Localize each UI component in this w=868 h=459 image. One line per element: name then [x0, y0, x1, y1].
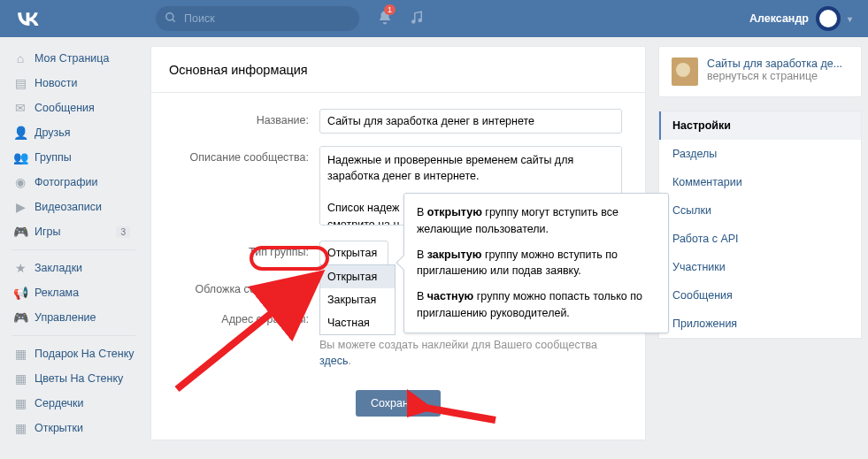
music-icon[interactable]	[409, 10, 425, 28]
page-return-box[interactable]: Сайты для заработка де... вернуться к ст…	[658, 46, 862, 97]
search-input[interactable]: Поиск	[156, 6, 359, 31]
group-type-dropdown: Открытая Закрытая Частная	[319, 264, 396, 335]
svg-point-3	[419, 19, 421, 21]
nav-messages[interactable]: ✉Сообщения	[7, 96, 146, 120]
name-input[interactable]	[319, 109, 622, 134]
menu-apps[interactable]: Приложения	[659, 310, 861, 338]
menu-sections[interactable]: Разделы	[659, 140, 861, 168]
video-icon: ▶	[12, 200, 29, 214]
nav-bookmarks[interactable]: ★Закладки	[7, 256, 146, 280]
menu-settings[interactable]: Настройки	[659, 111, 861, 140]
nav-manage[interactable]: 🎮Управление	[7, 305, 146, 330]
return-link[interactable]: вернуться к странице	[707, 70, 849, 82]
nav-photos[interactable]: ◉Фотографии	[7, 170, 146, 195]
page-title: Основная информация	[151, 47, 645, 93]
username: Александр	[749, 12, 809, 25]
notifications-icon[interactable]: 1	[377, 10, 393, 28]
app-icon: ▦	[12, 396, 29, 410]
nav-news[interactable]: ▤Новости	[7, 71, 146, 96]
nav-games[interactable]: 🎮Игры3	[7, 219, 146, 244]
friends-icon: 👤	[12, 126, 29, 140]
games-badge: 3	[116, 226, 130, 238]
game-icon: 🎮	[12, 225, 29, 239]
nav-ads[interactable]: 📢Реклама	[7, 280, 146, 305]
type-option-closed[interactable]: Закрытая	[320, 288, 395, 311]
nav-hearts[interactable]: ▦Сердечки	[7, 391, 146, 416]
menu-comments[interactable]: Комментарии	[659, 168, 861, 196]
stickers-hint: Вы можете создать наклейки для Вашего со…	[319, 338, 625, 369]
label-name: Название:	[151, 109, 319, 134]
groups-icon: 👥	[12, 150, 29, 164]
label-address: Адрес страницы:	[151, 308, 319, 325]
menu-links[interactable]: Ссылки	[659, 196, 861, 225]
chevron-down-icon: ▾	[848, 14, 852, 24]
nav-videos[interactable]: ▶Видеозаписи	[7, 195, 146, 219]
separator	[12, 335, 135, 336]
svg-point-0	[166, 12, 173, 19]
group-title-link[interactable]: Сайты для заработка де...	[707, 57, 849, 70]
message-icon: ✉	[12, 101, 29, 115]
nav-my-page[interactable]: ⌂Моя Страница	[7, 46, 146, 71]
user-menu[interactable]: Александр ▾	[749, 6, 852, 31]
right-column: Сайты для заработка де... вернуться к ст…	[658, 46, 862, 440]
home-icon: ⌂	[12, 51, 29, 65]
nav-friends[interactable]: 👤Друзья	[7, 120, 146, 145]
avatar	[816, 6, 841, 31]
menu-api[interactable]: Работа с API	[659, 225, 861, 253]
save-button[interactable]: Сохранить	[356, 390, 441, 417]
search-icon	[165, 11, 177, 27]
camera-icon: ◉	[12, 175, 29, 189]
svg-line-1	[173, 19, 175, 21]
group-type-tooltip: В открытую группу могут вступить все жел…	[403, 193, 669, 333]
svg-point-2	[412, 20, 415, 23]
settings-menu: Настройки Разделы Комментарии Ссылки Раб…	[658, 111, 862, 339]
group-type-select[interactable]: Открытая Открытая Закрытая Частная	[319, 241, 388, 265]
nav-groups[interactable]: 👥Группы	[7, 145, 146, 170]
label-desc: Описание сообщества:	[151, 146, 319, 228]
app-icon: ▦	[12, 347, 29, 361]
vk-logo[interactable]	[16, 6, 41, 31]
stickers-link[interactable]: здесь	[319, 355, 348, 367]
manage-icon: 🎮	[12, 310, 29, 325]
search-placeholder: Поиск	[184, 12, 215, 25]
top-header: Поиск 1 Александр ▾	[0, 0, 868, 37]
app-icon: ▦	[12, 371, 29, 386]
type-option-open[interactable]: Открытая	[320, 265, 395, 288]
app-icon: ▦	[12, 421, 29, 435]
star-icon: ★	[12, 261, 29, 275]
menu-members[interactable]: Участники	[659, 253, 861, 281]
nav-cards[interactable]: ▦Открытки	[7, 416, 146, 440]
main-panel: Основная информация Название: Описание с…	[150, 46, 646, 440]
left-nav: ⌂Моя Страница ▤Новости ✉Сообщения 👤Друзь…	[0, 46, 146, 440]
notif-badge: 1	[384, 4, 396, 15]
separator	[12, 249, 135, 250]
nav-flowers-wall[interactable]: ▦Цветы На Стенку	[7, 366, 146, 391]
type-option-private[interactable]: Частная	[320, 311, 395, 334]
news-icon: ▤	[12, 76, 29, 90]
nav-gift-wall[interactable]: ▦Подарок На Стенку	[7, 341, 146, 366]
group-thumbnail	[672, 57, 698, 86]
menu-messages[interactable]: Сообщения	[659, 281, 861, 310]
label-cover: Обложка сообщества:	[151, 278, 319, 295]
label-type: Тип группы:	[151, 241, 319, 265]
megaphone-icon: 📢	[12, 286, 29, 300]
